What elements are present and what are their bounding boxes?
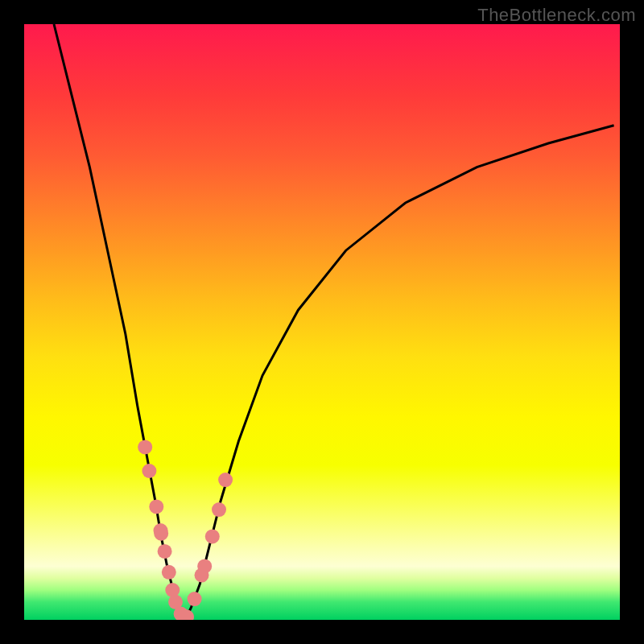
highlight-dot — [205, 529, 220, 543]
plot-area — [24, 24, 620, 620]
highlight-dots-group — [138, 440, 233, 620]
highlight-dot — [158, 544, 172, 559]
highlight-dot — [197, 559, 212, 573]
right-branch-curve — [185, 126, 614, 620]
chart-frame: TheBottleneck.com — [0, 0, 644, 644]
highlight-dot — [212, 502, 226, 517]
curve-svg — [24, 24, 620, 620]
highlight-dot — [218, 473, 233, 487]
highlight-dot — [154, 526, 168, 541]
highlight-dot — [162, 565, 176, 580]
highlight-dot — [138, 440, 152, 454]
watermark-text: TheBottleneck.com — [477, 5, 636, 26]
highlight-dot — [149, 499, 163, 514]
highlight-dot — [142, 464, 156, 478]
highlight-dot — [188, 592, 202, 606]
